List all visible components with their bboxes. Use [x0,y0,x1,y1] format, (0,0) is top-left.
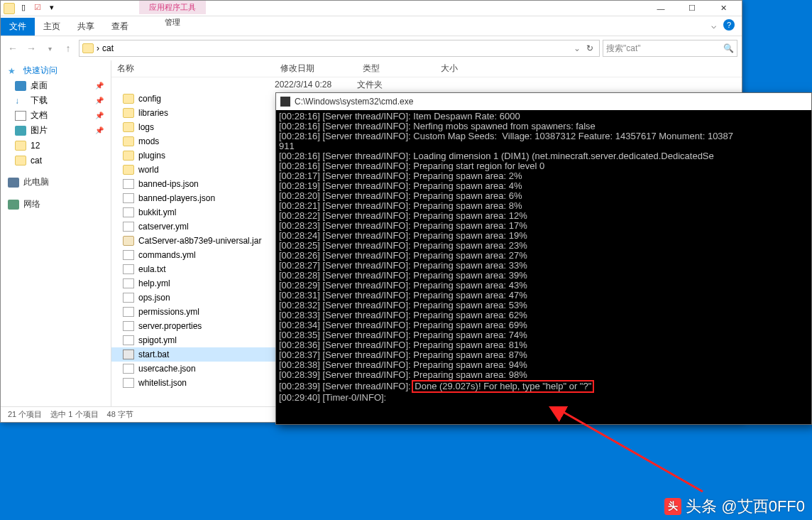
sidebar-pictures[interactable]: 图片📌 [1,123,111,138]
col-name[interactable]: 名称 [111,63,275,75]
pin-icon: 📌 [95,82,104,90]
cmd-line: [00:28:31] [Server thread/INFO]: Prepari… [279,291,808,300]
cmd-line: [00:28:23] [Server thread/INFO]: Prepari… [279,221,808,231]
file-name: permissions.yml [138,307,199,317]
file-name: config [138,94,161,104]
tab-view[interactable]: 查看 [103,18,137,36]
cmd-line: [00:28:37] [Server thread/INFO]: Prepari… [279,350,808,360]
folder-icon [123,151,134,161]
maximize-button[interactable]: ☐ [676,1,708,16]
cmd-line: [00:28:16] [Server thread/INFO]: Nerfing… [279,121,808,131]
file-name: bukkit.yml [138,207,176,217]
search-input[interactable]: 搜索"cat" 🔍 [603,40,737,57]
close-button[interactable]: ✕ [708,1,739,16]
cmd-line: [00:28:16] [Server thread/INFO]: Loading… [279,151,808,161]
address-dropdown-icon[interactable]: ⌄ [574,43,581,53]
sidebar-quick-access[interactable]: ★快速访问 [1,63,111,78]
file-name: whitelist.json [138,378,187,388]
cmd-icon [280,97,290,107]
file-name: start.bat [138,350,169,359]
cmd-line: [00:28:35] [Server thread/INFO]: Prepari… [279,330,808,340]
pictures-icon [15,126,26,136]
file-name: CatServer-a8b73e9-universal.jar [138,236,261,246]
cmd-line: [00:28:32] [Server thread/INFO]: Prepari… [279,300,808,310]
sidebar-desktop[interactable]: 桌面📌 [1,78,111,93]
cmd-line: [00:29:40] [Timer-0/INFO]: [279,393,808,403]
sidebar: ★快速访问 桌面📌 ↓下载📌 文档📌 图片📌 12 cat 此电脑 网络 [1,60,111,406]
file-name: usercache.json [138,364,196,374]
folder-icon [123,108,134,118]
sidebar-documents[interactable]: 文档📌 [1,108,111,123]
jar-icon [123,236,134,246]
file-icon [123,307,134,317]
folder-icon [123,136,134,146]
status-selection: 选中 1 个项目 [50,409,98,420]
qat-more[interactable]: ▾ [46,3,57,14]
forward-button[interactable]: → [23,40,39,56]
file-icon [123,179,134,189]
contextual-tab-group: 应用程序工具 管理 [139,1,206,31]
folder-icon [123,165,134,175]
folder-icon [123,94,134,104]
search-icon[interactable]: 🔍 [723,43,734,53]
pc-icon [8,178,19,188]
cmd-line: 911 [279,141,808,151]
ribbon-collapse-icon[interactable]: ⌵ [711,21,716,31]
col-type[interactable]: 类型 [357,63,435,75]
file-name: libraries [138,108,168,118]
file-name: catserver.yml [138,222,189,232]
recent-button[interactable]: ▾ [42,40,57,56]
sidebar-folder-cat[interactable]: cat [1,153,111,168]
cmd-line: [00:28:19] [Server thread/INFO]: Prepari… [279,181,808,191]
folder-icon [82,43,94,53]
sidebar-folder-12[interactable]: 12 [1,138,111,153]
download-icon: ↓ [15,96,26,106]
cmd-line: [00:28:16] [Server thread/INFO]: Item De… [279,112,808,121]
cmd-line: [00:28:39] [Server thread/INFO]: Prepari… [279,370,808,380]
explorer-titlebar[interactable]: ▯ ☑ ▾ cat — ☐ ✕ [1,1,742,16]
tab-file[interactable]: 文件 [1,18,35,36]
file-name: server.properties [138,321,202,331]
back-button[interactable]: ← [5,40,21,56]
cmd-line: [00:28:25] [Server thread/INFO]: Prepari… [279,241,808,251]
sidebar-this-pc[interactable]: 此电脑 [1,175,111,190]
pin-icon: 📌 [95,97,104,104]
tab-share[interactable]: 共享 [69,18,103,36]
address-folder[interactable]: cat [102,43,114,53]
col-date[interactable]: 修改日期 [275,63,357,75]
qat-icon[interactable]: ▯ [18,3,29,14]
file-icon [123,293,134,303]
sidebar-network[interactable]: 网络 [1,197,111,212]
help-icon[interactable]: ? [723,19,735,31]
desktop-icon [15,81,26,91]
file-name: eula.txt [138,264,166,274]
sidebar-downloads[interactable]: ↓下载📌 [1,93,111,108]
cmd-line-done: [00:28:39] [Server thread/INFO]: Done (2… [279,380,808,393]
folder-icon [4,3,15,14]
up-button[interactable]: ↑ [60,40,76,56]
txt-icon [123,264,134,274]
cmd-line: [00:28:24] [Server thread/INFO]: Prepari… [279,231,808,241]
file-name: mods [138,136,159,146]
minimize-button[interactable]: — [645,1,676,16]
cmd-titlebar[interactable]: C:\Windows\system32\cmd.exe [276,93,811,110]
refresh-icon[interactable]: ↻ [583,43,596,53]
cmd-window: C:\Windows\system32\cmd.exe [00:28:16] [… [275,92,812,425]
folder-icon [123,122,134,132]
address-bar[interactable]: › cat ⌄ ↻ [79,40,600,57]
watermark-logo-icon: 头 [664,498,681,515]
status-bytes: 48 字节 [107,409,133,420]
file-name: plugins [138,151,165,161]
cmd-line: [00:28:36] [Server thread/INFO]: Prepari… [279,340,808,350]
file-name: commands.yml [138,250,196,260]
status-count: 21 个项目 [8,409,42,420]
file-icon [123,250,134,260]
col-size[interactable]: 大小 [435,63,485,75]
star-icon: ★ [8,66,19,76]
cmd-output[interactable]: [00:28:16] [Server thread/INFO]: Item De… [276,110,811,404]
cmd-line: [00:28:16] [Server thread/INFO]: Custom … [279,131,808,141]
tab-home[interactable]: 主页 [35,18,69,36]
cmd-line: [00:28:38] [Server thread/INFO]: Prepari… [279,360,808,370]
tab-manage[interactable]: 管理 [139,14,206,31]
qat-check-icon[interactable]: ☑ [32,3,43,14]
